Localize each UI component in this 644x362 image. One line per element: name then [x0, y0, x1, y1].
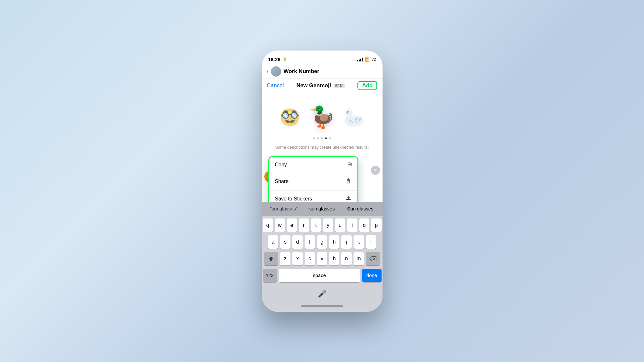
key-g[interactable]: g [317, 235, 327, 249]
dot-4[interactable] [325, 137, 327, 139]
dot-2[interactable] [317, 137, 319, 139]
beta-badge: BETA [334, 84, 345, 88]
contact-bar: ‹ Work Number [262, 65, 383, 79]
ghost-emoji: 🥸 [280, 108, 300, 126]
key-u[interactable]: u [335, 218, 346, 232]
clear-button-container: ✕ [371, 166, 380, 175]
home-indicator[interactable] [301, 305, 343, 307]
save-stickers-menu-item[interactable]: Save to Stickers [269, 190, 357, 202]
delete-key[interactable] [366, 252, 380, 265]
key-f[interactable]: f [305, 235, 315, 249]
prediction-item-3[interactable]: Sun glasses [341, 203, 379, 214]
status-bar: 16:26 🔋 📶 72 [262, 51, 383, 65]
key-row-4: 123 space done [263, 269, 382, 282]
key-r[interactable]: r [299, 218, 309, 232]
copy-label: Copy [275, 162, 287, 168]
svg-rect-1 [346, 199, 351, 200]
key-j[interactable]: j [341, 235, 352, 249]
key-row-1: q w e r t y u i o p [263, 218, 382, 232]
key-n[interactable]: n [341, 252, 352, 265]
nav-header: Cancel New Genmoji BETA Add [262, 79, 383, 93]
signal-icon [357, 58, 363, 61]
predictive-bar: "sunglasses" sun glasses Sun glasses [262, 202, 383, 216]
key-m[interactable]: m [354, 252, 364, 265]
copy-icon: ⎘ [348, 162, 352, 168]
key-k[interactable]: k [354, 235, 364, 249]
key-row-3: z x c v b n m [263, 252, 382, 265]
keyboard-rows: q w e r t y u i o p a s d f g h j k [262, 216, 383, 287]
disclaimer-text: Some descriptions may create unexpected … [262, 142, 383, 153]
key-t[interactable]: t [311, 218, 321, 232]
pagination-dots [262, 137, 383, 139]
copy-menu-item[interactable]: Copy ⎘ [269, 157, 357, 173]
dot-3[interactable] [321, 137, 323, 139]
shift-key[interactable] [264, 252, 278, 265]
key-c[interactable]: c [305, 252, 315, 265]
key-y[interactable]: y [323, 218, 333, 232]
key-x[interactable]: x [292, 252, 303, 265]
key-d[interactable]: d [292, 235, 303, 249]
battery-level: 72 [372, 57, 376, 62]
key-o[interactable]: o [359, 218, 370, 232]
bottom-bar [262, 301, 383, 312]
add-button[interactable]: Add [357, 81, 377, 90]
key-a[interactable]: a [268, 235, 278, 249]
context-menu: Copy ⎘ Share Save to Stickers [268, 156, 358, 202]
wifi-icon: 📶 [365, 57, 370, 62]
duck-emoji: 🦆 [309, 105, 335, 129]
emoji-duck-item[interactable]: 🦆 [308, 103, 336, 132]
save-stickers-icon [345, 195, 352, 202]
main-content: 🥸 🦆 🦢 Some descriptions may create unexp… [262, 93, 383, 202]
time-text: 16:26 [268, 57, 280, 62]
key-z[interactable]: z [280, 252, 290, 265]
status-icons: 📶 72 [357, 57, 376, 62]
prediction-item-2[interactable]: sun glasses [303, 203, 341, 214]
done-key[interactable]: done [362, 269, 382, 282]
emoji-ghost-item[interactable]: 🥸 [279, 106, 301, 128]
microphone-icon[interactable]: 🎤 [318, 290, 327, 298]
keyboard-area: "sunglasses" sun glasses Sun glasses q w… [262, 202, 383, 312]
title-area: New Genmoji BETA [296, 82, 345, 89]
emoji-bird-item[interactable]: 🦢 [343, 106, 365, 128]
page-title: New Genmoji [296, 82, 331, 89]
space-key[interactable]: space [279, 269, 360, 282]
key-h[interactable]: h [329, 235, 339, 249]
num-key[interactable]: 123 [263, 269, 277, 282]
share-icon [345, 178, 352, 186]
dot-1[interactable] [313, 137, 315, 139]
phone: 16:26 🔋 📶 72 ‹ Work Number Cancel New Ge… [262, 51, 383, 312]
bird-emoji: 🦢 [344, 108, 364, 126]
key-v[interactable]: v [317, 252, 327, 265]
key-p[interactable]: p [371, 218, 382, 232]
dot-5[interactable] [329, 137, 331, 139]
key-b[interactable]: b [329, 252, 339, 265]
status-time: 16:26 🔋 [268, 57, 287, 62]
key-s[interactable]: s [280, 235, 290, 249]
key-row-2: a s d f g h j k l [263, 235, 382, 249]
key-e[interactable]: e [287, 218, 297, 232]
key-q[interactable]: q [263, 218, 273, 232]
prediction-item-1[interactable]: "sunglasses" [265, 203, 303, 214]
context-menu-area: Copy ⎘ Share Save to Stickers [262, 153, 383, 202]
clear-button[interactable]: ✕ [371, 166, 380, 175]
share-menu-item[interactable]: Share [269, 173, 357, 190]
contact-name: Work Number [284, 68, 319, 75]
mic-row: 🎤 [262, 287, 383, 301]
save-stickers-label: Save to Stickers [275, 196, 312, 201]
back-arrow-icon[interactable]: ‹ [267, 68, 269, 75]
cancel-button[interactable]: Cancel [267, 82, 284, 89]
emoji-carousel: 🥸 🦆 🦢 [262, 93, 383, 135]
charging-icon: 🔋 [282, 57, 287, 61]
key-l[interactable]: l [366, 235, 376, 249]
share-label: Share [275, 179, 289, 184]
key-i[interactable]: i [347, 218, 357, 232]
contact-avatar [271, 66, 281, 77]
key-w[interactable]: w [275, 218, 285, 232]
